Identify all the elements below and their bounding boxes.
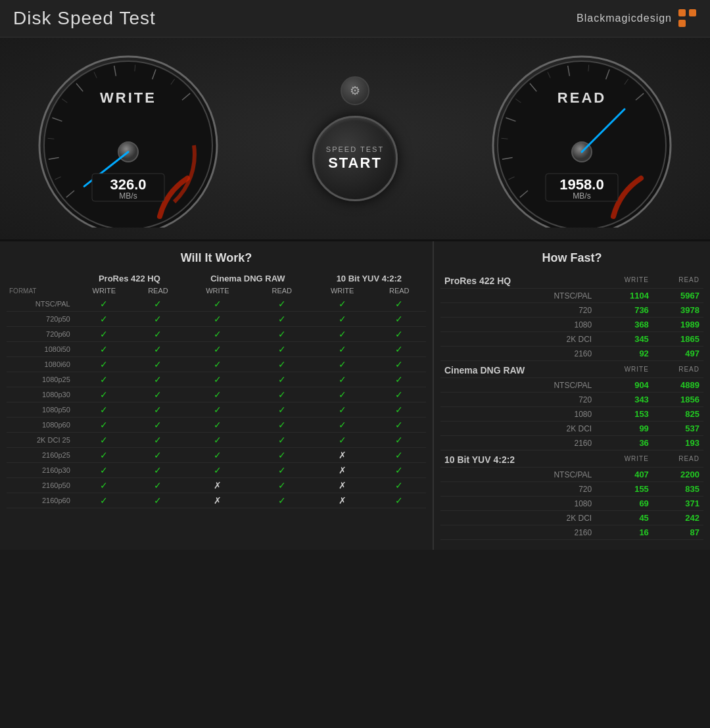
check-icon: ✓ — [214, 359, 222, 370]
fast-data-row: 7203431856 — [440, 393, 703, 407]
table-row: 1080i60✓✓✓✓✓✓ — [7, 357, 426, 372]
check-icon: ✓ — [154, 299, 162, 309]
check-icon: ✓ — [100, 480, 108, 491]
check-icon: ✓ — [395, 299, 403, 309]
speed-test-start-button[interactable]: SPEED TEST START — [312, 116, 398, 201]
check-icon: ✓ — [395, 435, 403, 445]
check-icon: ✓ — [278, 420, 286, 430]
fast-read-value: 371 — [653, 497, 703, 511]
fast-read-col-header: READ — [653, 272, 703, 289]
check-icon: ✓ — [100, 420, 108, 430]
check-cell: ✓ — [133, 342, 183, 357]
table-row: 2160p60✓✓✗✓✗✓ — [7, 493, 426, 508]
check-icon: ✓ — [100, 329, 108, 339]
fast-write-value: 345 — [596, 332, 653, 347]
format-cell: 2160p25 — [7, 448, 76, 463]
fast-data-row: NTSC/PAL11045967 — [440, 289, 703, 303]
check-icon: ✓ — [395, 495, 403, 506]
check-cell: ✓ — [312, 297, 373, 312]
fast-read-col-header: READ — [653, 450, 703, 468]
fast-read-value: 1989 — [653, 318, 703, 332]
table-row: 2160p30✓✓✓✓✗✓ — [7, 463, 426, 478]
check-icon: ✓ — [278, 465, 286, 475]
svg-text:WRITE: WRITE — [100, 89, 156, 106]
table-row: 1080i50✓✓✓✓✓✓ — [7, 342, 426, 357]
check-icon: ✓ — [154, 344, 162, 354]
fast-write-value: 99 — [596, 422, 653, 436]
fast-group-header-row: Cinema DNG RAWWRITEREAD — [440, 361, 703, 378]
check-icon: ✓ — [339, 329, 346, 339]
fast-data-row: 2K DCI99537 — [440, 422, 703, 436]
check-icon: ✓ — [278, 359, 286, 370]
check-cell: ✓ — [133, 297, 183, 312]
check-cell: ✓ — [183, 387, 252, 402]
format-cell: 2K DCI 25 — [7, 433, 76, 448]
fast-read-value: 87 — [653, 525, 703, 540]
check-cell: ✓ — [183, 297, 252, 312]
check-cell: ✓ — [133, 387, 183, 402]
fast-read-value: 242 — [653, 511, 703, 525]
check-cell: ✓ — [76, 357, 133, 372]
group-prores-header: ProRes 422 HQ — [76, 272, 183, 285]
check-cell: ✓ — [373, 357, 427, 372]
check-cell: ✓ — [133, 418, 183, 433]
format-cell: 2160p50 — [7, 478, 76, 493]
fast-write-value: 155 — [596, 482, 653, 497]
table-row: 2160p25✓✓✓✓✗✓ — [7, 448, 426, 463]
fast-res-label: 2K DCI — [440, 422, 596, 436]
check-cell: ✓ — [373, 327, 427, 342]
cross-icon: ✗ — [339, 495, 346, 506]
check-icon: ✓ — [154, 374, 162, 385]
check-cell: ✓ — [373, 402, 427, 418]
fast-data-row: 216036193 — [440, 436, 703, 450]
cross-icon: ✗ — [214, 495, 222, 506]
check-cell: ✗ — [312, 448, 373, 463]
group-yuv-header: 10 Bit YUV 4:2:2 — [312, 272, 426, 285]
format-cell: 2160p60 — [7, 493, 76, 508]
check-cell: ✓ — [252, 342, 312, 357]
table-row: 2K DCI 25✓✓✓✓✓✓ — [7, 433, 426, 448]
check-icon: ✓ — [214, 299, 222, 309]
fast-write-value: 45 — [596, 511, 653, 525]
fast-data-row: 21601687 — [440, 525, 703, 540]
prores-write-header: WRITE — [76, 285, 133, 297]
check-icon: ✓ — [278, 480, 286, 491]
check-icon: ✓ — [339, 404, 346, 415]
check-cell: ✓ — [183, 342, 252, 357]
fast-res-label: 720 — [440, 482, 596, 497]
fast-read-value: 5967 — [653, 289, 703, 303]
check-icon: ✓ — [100, 495, 108, 506]
fast-read-value: 1856 — [653, 393, 703, 407]
fast-read-value: 825 — [653, 407, 703, 422]
fast-write-value: 153 — [596, 407, 653, 422]
check-icon: ✓ — [395, 359, 403, 370]
check-cell: ✓ — [312, 433, 373, 448]
settings-button[interactable]: ⚙ — [341, 76, 369, 105]
fast-write-value: 343 — [596, 393, 653, 407]
check-cell: ✓ — [312, 342, 373, 357]
check-icon: ✓ — [154, 465, 162, 475]
format-cell: 1080p50 — [7, 402, 76, 418]
fast-res-label: 1080 — [440, 318, 596, 332]
check-icon: ✓ — [100, 404, 108, 415]
format-cell: 720p50 — [7, 312, 76, 327]
check-cell: ✓ — [373, 418, 427, 433]
check-icon: ✓ — [395, 404, 403, 415]
check-cell: ✓ — [133, 372, 183, 387]
fast-write-col-header: WRITE — [596, 272, 653, 289]
check-icon: ✓ — [100, 314, 108, 324]
fast-res-label: 2160 — [440, 347, 596, 361]
table-row: 1080p30✓✓✓✓✓✓ — [7, 387, 426, 402]
app-header: Disk Speed Test Blackmagicdesign — [0, 0, 710, 37]
prores-read-header: READ — [133, 285, 183, 297]
check-cell: ✓ — [76, 327, 133, 342]
table-row: 1080p60✓✓✓✓✓✓ — [7, 418, 426, 433]
check-icon: ✓ — [339, 389, 346, 400]
fast-group-header-row: 10 Bit YUV 4:2:2WRITEREAD — [440, 450, 703, 468]
format-cell: NTSC/PAL — [7, 297, 76, 312]
fast-read-value: 497 — [653, 347, 703, 361]
brand-logo: Blackmagicdesign — [577, 9, 697, 28]
fast-data-row: 7207363978 — [440, 303, 703, 318]
check-icon: ✓ — [154, 404, 162, 415]
cdng-read-header: READ — [252, 285, 312, 297]
